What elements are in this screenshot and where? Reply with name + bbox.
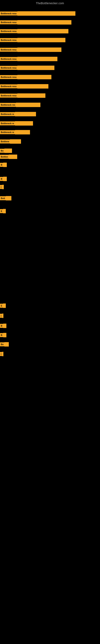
- bottleneck-badge: Bo: [0, 342, 4, 346]
- bottleneck-badge: |: [0, 352, 2, 356]
- bottleneck-item[interactable]: Bottlene: [0, 139, 21, 144]
- bottleneck-bar: [6, 196, 11, 200]
- bottleneck-badge: E: [0, 304, 3, 308]
- bottleneck-item[interactable]: |: [0, 185, 4, 189]
- bottleneck-badge: Bottleneck res: [0, 103, 16, 107]
- bottleneck-bar: [17, 57, 57, 61]
- bottleneck-badge: B: [0, 324, 3, 328]
- bottleneck-badge: Bottlen: [0, 155, 9, 159]
- bottleneck-item[interactable]: Bottleneck resu: [0, 38, 65, 42]
- bottleneck-badge: Bottleneck resu: [0, 29, 17, 34]
- bottleneck-bar: [15, 112, 36, 116]
- bottleneck-bar: [2, 352, 3, 356]
- bottleneck-bar: [17, 48, 61, 52]
- bottleneck-item[interactable]: Bottleneck resu: [0, 20, 71, 24]
- bottleneck-bar: [17, 84, 49, 88]
- bottleneck-badge: Bottleneck resu: [0, 20, 17, 24]
- bottleneck-badge: Bottleneck re: [0, 130, 15, 134]
- bottleneck-bar: [17, 20, 71, 24]
- bottleneck-item[interactable]: |: [0, 314, 3, 318]
- bottleneck-item[interactable]: Bott: [0, 196, 11, 200]
- bottleneck-badge: B: [0, 333, 3, 337]
- bottleneck-badge: B: [0, 163, 3, 167]
- bottleneck-badge: Bott: [0, 196, 6, 200]
- bottleneck-bar: [4, 148, 12, 153]
- bottleneck-bar: [2, 314, 3, 318]
- bottleneck-badge: Bottleneck resu: [0, 12, 17, 16]
- site-title: TheBottlenecker.com: [0, 0, 100, 6]
- bottleneck-item[interactable]: Bottleneck resu: [0, 84, 49, 88]
- bottleneck-bar: [15, 121, 33, 126]
- bottleneck-badge: Bottleneck resu: [0, 75, 17, 79]
- bottleneck-item[interactable]: Bottleneck resu: [0, 11, 75, 16]
- bottleneck-item[interactable]: Bottleneck resu: [0, 75, 51, 79]
- bottleneck-item[interactable]: Bottleneck re: [0, 130, 30, 134]
- bottleneck-item[interactable]: Bottleneck re: [0, 112, 36, 116]
- bottleneck-item[interactable]: B: [0, 162, 7, 167]
- bottleneck-bar: [15, 130, 30, 134]
- bottleneck-badge: Bottleneck resu: [0, 48, 17, 52]
- bottleneck-item[interactable]: Bo: [0, 148, 12, 153]
- bottleneck-badge: Bottleneck resu: [0, 57, 17, 61]
- bottleneck-badge: |: [0, 185, 2, 189]
- bottleneck-bar: [10, 139, 21, 144]
- bottleneck-bar: [2, 185, 4, 189]
- bottleneck-bar: [3, 177, 7, 181]
- bottleneck-badge: Bottleneck resu: [0, 84, 17, 88]
- bottleneck-bar: [4, 342, 9, 346]
- bottleneck-badge: Bottlene: [0, 140, 10, 144]
- bottleneck-bar: [17, 94, 46, 98]
- bottleneck-bar: [3, 209, 6, 213]
- bottleneck-item[interactable]: Bottleneck re: [0, 121, 33, 126]
- bottleneck-badge: Bottleneck resu: [0, 38, 17, 42]
- bottleneck-bar: [9, 154, 17, 159]
- bottleneck-bar: [16, 103, 40, 107]
- bottleneck-bar: [17, 29, 68, 34]
- bottleneck-badge: |: [0, 314, 2, 318]
- bottleneck-bar: [17, 11, 75, 16]
- bottleneck-item[interactable]: Bottleneck resu: [0, 57, 57, 61]
- bottleneck-item[interactable]: |: [0, 352, 3, 356]
- bottleneck-item[interactable]: Bottleneck resu: [0, 48, 61, 52]
- bottleneck-badge: Bottleneck resu: [0, 66, 17, 70]
- bottleneck-badge: Bottleneck resu: [0, 94, 17, 98]
- bottleneck-bar: [3, 333, 6, 337]
- bottleneck-item[interactable]: Bottleneck res: [0, 103, 40, 107]
- bottleneck-item[interactable]: Bottlen: [0, 154, 17, 159]
- bottleneck-badge: B: [0, 177, 3, 181]
- bottleneck-item[interactable]: E: [0, 209, 6, 213]
- bottleneck-bar: [3, 324, 6, 328]
- bottleneck-badge: E: [0, 209, 3, 213]
- bottleneck-item[interactable]: Bottleneck resu: [0, 66, 54, 70]
- page-wrapper: TheBottlenecker.com Bottleneck resuBottl…: [0, 0, 100, 644]
- bottleneck-item[interactable]: E: [0, 304, 6, 308]
- bottleneck-badge: Bottleneck re: [0, 112, 15, 116]
- bottleneck-badge: Bottleneck re: [0, 121, 15, 126]
- bottleneck-bar: [17, 38, 65, 42]
- bottleneck-bar: [17, 66, 54, 70]
- bottleneck-item[interactable]: B: [0, 333, 6, 337]
- bottleneck-bar: [17, 75, 51, 79]
- bottleneck-item[interactable]: Bottleneck resu: [0, 94, 46, 98]
- bottleneck-item[interactable]: Bo: [0, 342, 9, 346]
- bottleneck-bar: [3, 162, 7, 167]
- bottleneck-item[interactable]: B: [0, 324, 6, 328]
- bottleneck-item[interactable]: B: [0, 177, 7, 181]
- bottleneck-badge: Bo: [0, 149, 4, 153]
- bottleneck-item[interactable]: Bottleneck resu: [0, 29, 68, 34]
- bottleneck-bar: [3, 304, 6, 308]
